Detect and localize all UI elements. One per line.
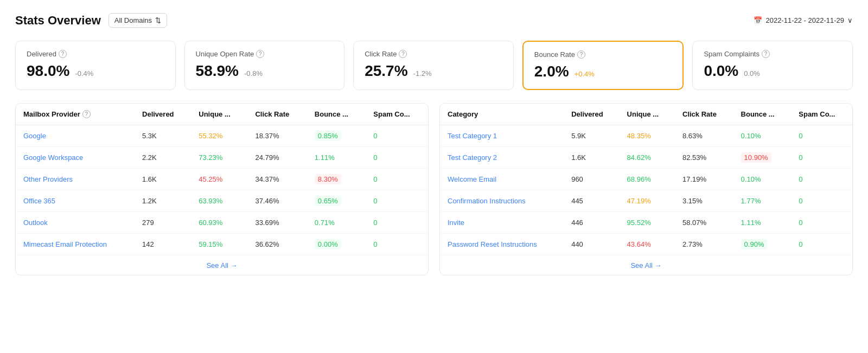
page-title: Stats Overview (15, 14, 101, 28)
col-mailbox-provider: Mailbox Provider ? (16, 104, 135, 125)
category-bounce: 0.90% (733, 234, 792, 255)
table-row: Confirmation Instructions44547.19%3.15%1… (440, 190, 852, 212)
table-row: Google5.3K55.32%18.37%0.85%0 (16, 125, 428, 147)
help-icon-mailbox[interactable]: ? (82, 110, 91, 118)
stat-card-unique-open: Unique Open Rate ? 58.9% -0.8% (184, 41, 345, 90)
category-spam: 0 (791, 212, 852, 234)
tables-row: Mailbox Provider ? Delivered Unique ... … (15, 103, 853, 275)
mailbox-spam: 0 (366, 147, 428, 169)
category-unique: 84.62% (620, 147, 675, 169)
mailbox-bounce: 0.00% (307, 234, 366, 255)
mailbox-unique: 45.25% (191, 169, 247, 190)
category-bounce: 1.77% (733, 190, 792, 212)
mailbox-provider-link[interactable]: Outlook (23, 219, 48, 227)
category-spam: 0 (791, 147, 852, 169)
stat-value-row-spam: 0.0% 0.0% (704, 62, 841, 80)
mailbox-click-rate: 34.37% (247, 169, 307, 190)
table-row: Test Category 21.6K84.62%82.53%10.90%0 (440, 147, 852, 169)
mailbox-spam: 0 (366, 190, 428, 212)
help-icon-bounce-rate[interactable]: ? (577, 50, 585, 59)
stat-value-row-delivered: 98.0% -0.4% (27, 62, 164, 80)
mailbox-bounce: 8.30% (307, 169, 366, 190)
category-link[interactable]: Welcome Email (448, 175, 496, 183)
table-row: Outlook27960.93%33.69%0.71%0 (16, 212, 428, 234)
mailbox-see-all-link[interactable]: See All → (206, 261, 237, 269)
category-bounce: 0.10% (733, 169, 792, 190)
mailbox-provider-link[interactable]: Other Providers (23, 175, 73, 183)
help-icon-unique-open[interactable]: ? (256, 50, 264, 58)
table-row: Other Providers1.6K45.25%34.37%8.30%0 (16, 169, 428, 190)
date-range-picker[interactable]: 📅 2022-11-22 - 2022-11-29 ∨ (754, 16, 853, 24)
stat-label-bounce-rate: Bounce Rate ? (534, 50, 672, 59)
help-icon-spam[interactable]: ? (762, 50, 770, 58)
mailbox-click-rate: 24.79% (247, 147, 307, 169)
mailbox-provider-link[interactable]: Mimecast Email Protection (23, 240, 107, 248)
stat-card-bounce-rate: Bounce Rate ? 2.0% +0.4% (522, 41, 684, 90)
category-delivered: 440 (564, 234, 619, 255)
category-click-rate: 82.53% (675, 147, 733, 169)
category-link[interactable]: Test Category 1 (448, 132, 497, 140)
mailbox-bounce: 0.85% (307, 125, 366, 147)
mailbox-delivered: 142 (135, 234, 191, 255)
category-click-rate: 8.63% (675, 125, 733, 147)
category-spam: 0 (791, 234, 852, 255)
mailbox-click-rate: 18.37% (247, 125, 307, 147)
mailbox-bounce: 1.11% (307, 147, 366, 169)
category-delivered: 445 (564, 190, 619, 212)
table-row: Welcome Email96068.96%17.19%0.10%0 (440, 169, 852, 190)
col-clickrate-cat: Click Rate (675, 104, 733, 125)
col-delivered-cat: Delivered (564, 104, 619, 125)
mailbox-delivered: 1.2K (135, 190, 191, 212)
category-see-all-link[interactable]: See All → (630, 261, 661, 269)
help-icon-click-rate[interactable]: ? (399, 50, 407, 58)
stat-card-click-rate: Click Rate ? 25.7% -1.2% (353, 41, 514, 90)
category-link[interactable]: Test Category 2 (448, 153, 497, 162)
col-spam-cat: Spam Co... (791, 104, 852, 125)
mailbox-provider-link[interactable]: Google (23, 132, 46, 140)
category-table: Category Delivered Unique ... Click Rate… (439, 103, 853, 275)
header-left: Stats Overview All Domains ⇅ (15, 13, 167, 28)
mailbox-unique: 63.93% (191, 190, 247, 212)
chevron-down-icon: ∨ (847, 16, 853, 24)
stat-value-bounce-rate: 2.0% (534, 63, 569, 80)
stat-label-delivered: Delivered ? (27, 50, 164, 58)
category-spam: 0 (791, 169, 852, 190)
category-bounce: 0.10% (733, 125, 792, 147)
category-click-rate: 58.07% (675, 212, 733, 234)
date-range-value: 2022-11-22 - 2022-11-29 (765, 16, 844, 24)
stat-value-row-bounce-rate: 2.0% +0.4% (534, 63, 672, 80)
domain-select[interactable]: All Domains ⇅ (108, 13, 167, 28)
mailbox-see-all-row: See All → (16, 255, 428, 275)
category-link[interactable]: Password Reset Instructions (448, 240, 537, 248)
category-spam: 0 (791, 190, 852, 212)
mailbox-delivered: 5.3K (135, 125, 191, 147)
col-unique-mailbox: Unique ... (191, 104, 247, 125)
mailbox-delivered: 279 (135, 212, 191, 234)
col-spam-mailbox: Spam Co... (366, 104, 428, 125)
category-delivered: 5.9K (564, 125, 619, 147)
mailbox-provider-table: Mailbox Provider ? Delivered Unique ... … (15, 103, 429, 275)
stat-value-delivered: 98.0% (27, 62, 69, 80)
help-icon-delivered[interactable]: ? (59, 50, 67, 58)
mailbox-bounce: 0.65% (307, 190, 366, 212)
stat-value-row-click-rate: 25.7% -1.2% (365, 62, 502, 80)
mailbox-provider-link[interactable]: Office 365 (23, 197, 55, 205)
stat-delta-bounce-rate: +0.4% (575, 70, 595, 78)
stat-delta-click-rate: -1.2% (413, 69, 432, 78)
table-row: Password Reset Instructions44043.64%2.73… (440, 234, 852, 255)
category-unique: 43.64% (620, 234, 675, 255)
mailbox-click-rate: 37.46% (247, 190, 307, 212)
mailbox-unique: 59.15% (191, 234, 247, 255)
mailbox-provider-link[interactable]: Google Workspace (23, 153, 83, 162)
chevron-icon: ⇅ (155, 16, 161, 24)
category-link[interactable]: Confirmation Instructions (448, 197, 526, 205)
mailbox-spam: 0 (366, 169, 428, 190)
calendar-icon: 📅 (754, 16, 762, 24)
page-wrapper: Stats Overview All Domains ⇅ 📅 2022-11-2… (0, 0, 868, 353)
mailbox-bounce: 0.71% (307, 212, 366, 234)
stat-value-row-unique-open: 58.9% -0.8% (196, 62, 334, 80)
stat-value-unique-open: 58.9% (196, 62, 239, 80)
category-link[interactable]: Invite (448, 219, 464, 227)
col-unique-cat: Unique ... (620, 104, 675, 125)
stats-cards: Delivered ? 98.0% -0.4% Unique Open Rate… (15, 41, 853, 90)
